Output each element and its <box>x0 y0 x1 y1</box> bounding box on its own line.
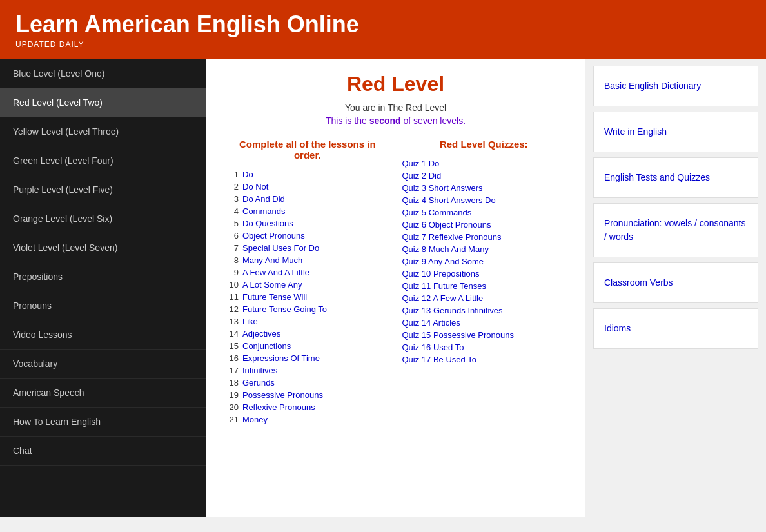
sidebar-item-violet[interactable]: Violet Level (Level Seven) <box>0 233 206 262</box>
list-item: 9A Few And A Little <box>226 266 389 279</box>
quiz-link[interactable]: Quiz 17 Be Used To <box>402 355 476 364</box>
right-box-pronunciation[interactable]: Pronunciation: vowels / consonants / wor… <box>593 203 758 257</box>
list-item: 11Future Tense Will <box>226 291 389 303</box>
sidebar-item-purple[interactable]: Purple Level (Level Five) <box>0 175 206 204</box>
page-title: Red Level <box>226 72 565 96</box>
lesson-link[interactable]: Gerunds <box>242 378 275 388</box>
main-content: Red Level You are in The Red Level This … <box>206 59 585 517</box>
lesson-link[interactable]: Special Uses For Do <box>242 243 319 253</box>
list-item: Quiz 5 Commands <box>402 206 566 219</box>
quiz-link[interactable]: Quiz 1 Do <box>402 159 440 168</box>
list-item: Quiz 13 Gerunds Infinitives <box>402 304 566 317</box>
list-item: 4Commands <box>226 205 389 217</box>
lesson-link[interactable]: Many And Much <box>242 255 302 265</box>
list-item: Quiz 4 Short Answers Do <box>402 194 566 206</box>
list-item: Quiz 8 Much And Many <box>402 243 566 255</box>
quiz-link[interactable]: Quiz 7 Reflexive Pronouns <box>402 232 502 242</box>
dictionary-link[interactable]: Basic English Dictionary <box>604 81 701 91</box>
lesson-link[interactable]: A Few And A Little <box>242 268 309 277</box>
list-item: 16Expressions Of Time <box>226 352 389 364</box>
sidebar-item-prepositions[interactable]: Prepositions <box>0 262 206 291</box>
list-item: Quiz 3 Short Answers <box>402 182 566 194</box>
quiz-link[interactable]: Quiz 15 Possessive Pronouns <box>402 330 514 340</box>
sidebar-item-how-to[interactable]: How To Learn English <box>0 408 206 437</box>
lesson-link[interactable]: Like <box>242 317 258 326</box>
list-item: 17Infinitives <box>226 364 389 377</box>
sidebar-item-vocabulary[interactable]: Vocabulary <box>0 350 206 379</box>
right-box-tests[interactable]: English Tests and Quizzes <box>593 157 758 198</box>
page-layout: Blue Level (Level One) Red Level (Level … <box>0 59 766 517</box>
level-description: You are in The Red Level <box>226 103 565 113</box>
sidebar-item-red[interactable]: Red Level (Level Two) <box>0 88 206 117</box>
idioms-link[interactable]: Idioms <box>604 323 631 333</box>
pronunciation-link[interactable]: Pronunciation: vowels / consonants / wor… <box>604 218 745 242</box>
lesson-link[interactable]: Do Questions <box>242 219 293 228</box>
list-item: Quiz 6 Object Pronouns <box>402 219 566 231</box>
right-box-dictionary[interactable]: Basic English Dictionary <box>593 66 758 106</box>
lesson-link[interactable]: Expressions Of Time <box>242 353 320 363</box>
lesson-link[interactable]: Do <box>242 170 253 179</box>
quiz-link[interactable]: Quiz 11 Future Tenses <box>402 281 487 291</box>
quiz-link[interactable]: Quiz 13 Gerunds Infinitives <box>402 306 503 315</box>
lesson-link[interactable]: Reflexive Pronouns <box>242 402 315 412</box>
list-item: 3Do And Did <box>226 193 389 205</box>
quiz-link[interactable]: Quiz 14 Articles <box>402 318 460 328</box>
lesson-link[interactable]: Object Pronouns <box>242 231 305 241</box>
list-item: 12Future Tense Going To <box>226 303 389 315</box>
content-columns: Complete all of the lessons in order. 1D… <box>226 139 565 426</box>
quiz-link[interactable]: Quiz 12 A Few A Little <box>402 293 484 303</box>
lesson-link[interactable]: Do Not <box>242 182 268 192</box>
lesson-link[interactable]: Commands <box>242 206 285 216</box>
right-box-classroom[interactable]: Classroom Verbs <box>593 262 758 303</box>
quizzes-column: Red Level Quizzes: Quiz 1 Do Quiz 2 Did … <box>402 139 566 426</box>
list-item: 19Possessive Pronouns <box>226 389 389 401</box>
quiz-link[interactable]: Quiz 6 Object Pronouns <box>402 220 491 230</box>
list-item: 21Money <box>226 413 389 426</box>
list-item: 13Like <box>226 315 389 328</box>
sidebar-item-orange[interactable]: Orange Level (Level Six) <box>0 204 206 233</box>
tests-link[interactable]: English Tests and Quizzes <box>604 172 710 182</box>
right-sidebar: Basic English Dictionary Write in Englis… <box>585 59 766 517</box>
quiz-link[interactable]: Quiz 8 Much And Many <box>402 244 489 254</box>
write-link[interactable]: Write in English <box>604 126 667 137</box>
quiz-link[interactable]: Quiz 3 Short Answers <box>402 183 483 193</box>
list-item: 6Object Pronouns <box>226 230 389 242</box>
left-sidebar: Blue Level (Level One) Red Level (Level … <box>0 59 206 517</box>
classroom-link[interactable]: Classroom Verbs <box>604 277 673 288</box>
lesson-link[interactable]: Possessive Pronouns <box>242 390 323 400</box>
lesson-link[interactable]: Conjunctions <box>242 341 291 351</box>
list-item: 20Reflexive Pronouns <box>226 401 389 413</box>
list-item: Quiz 11 Future Tenses <box>402 280 566 292</box>
quiz-link[interactable]: Quiz 10 Prepositions <box>402 269 480 279</box>
quiz-link[interactable]: Quiz 9 Any And Some <box>402 257 484 266</box>
quiz-link[interactable]: Quiz 2 Did <box>402 171 442 181</box>
list-item: 18Gerunds <box>226 377 389 389</box>
list-item: Quiz 12 A Few A Little <box>402 292 566 304</box>
site-title: Learn American English Online <box>15 12 751 37</box>
list-item: 7Special Uses For Do <box>226 242 389 254</box>
site-subtitle: UPDATED DAILY <box>15 40 751 49</box>
sidebar-item-video[interactable]: Video Lessons <box>0 320 206 350</box>
lesson-link[interactable]: Infinitives <box>242 366 277 375</box>
list-item: Quiz 17 Be Used To <box>402 353 566 366</box>
lessons-list: 1Do 2Do Not 3Do And Did 4Commands 5Do Qu… <box>226 168 389 426</box>
right-box-idioms[interactable]: Idioms <box>593 308 758 349</box>
quiz-link[interactable]: Quiz 4 Short Answers Do <box>402 195 496 205</box>
quizzes-list: Quiz 1 Do Quiz 2 Did Quiz 3 Short Answer… <box>402 157 566 366</box>
lesson-link[interactable]: Money <box>242 415 268 424</box>
lesson-link[interactable]: Do And Did <box>242 194 285 204</box>
sidebar-item-yellow[interactable]: Yellow Level (Level Three) <box>0 117 206 146</box>
lesson-link[interactable]: Future Tense Will <box>242 292 307 302</box>
sidebar-item-chat[interactable]: Chat <box>0 437 206 466</box>
sidebar-item-american-speech[interactable]: American Speech <box>0 379 206 408</box>
right-box-write[interactable]: Write in English <box>593 112 758 152</box>
lesson-link[interactable]: A Lot Some Any <box>242 280 302 290</box>
list-item: Quiz 16 Used To <box>402 341 566 353</box>
sidebar-item-blue[interactable]: Blue Level (Level One) <box>0 59 206 88</box>
quiz-link[interactable]: Quiz 5 Commands <box>402 208 472 217</box>
lesson-link[interactable]: Future Tense Going To <box>242 304 327 314</box>
lesson-link[interactable]: Adjectives <box>242 329 280 339</box>
sidebar-item-pronouns[interactable]: Pronouns <box>0 291 206 320</box>
sidebar-item-green[interactable]: Green Level (Level Four) <box>0 146 206 175</box>
quiz-link[interactable]: Quiz 16 Used To <box>402 342 464 352</box>
